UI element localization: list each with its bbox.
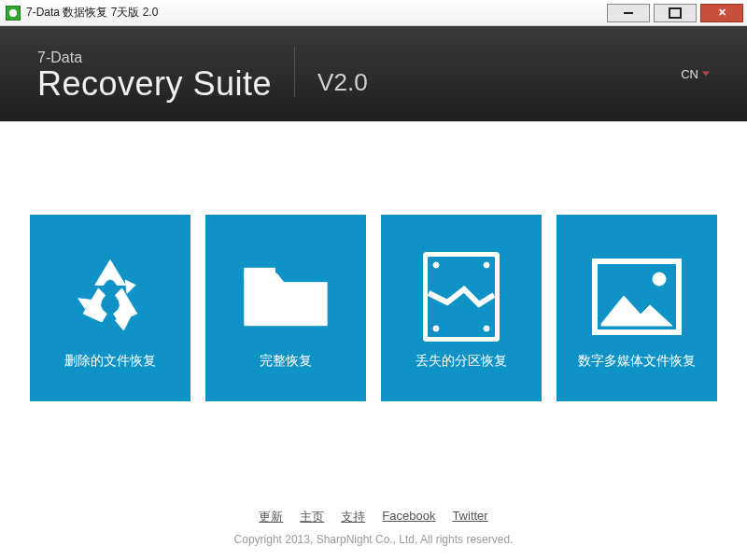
app-icon bbox=[6, 6, 21, 21]
tile-label: 删除的文件恢复 bbox=[57, 353, 163, 370]
svg-marker-0 bbox=[125, 280, 135, 293]
photo-icon bbox=[557, 241, 717, 353]
broken-drive-icon bbox=[381, 241, 542, 353]
tile-label: 丢失的分区恢复 bbox=[408, 353, 514, 370]
svg-point-6 bbox=[484, 262, 489, 268]
window-title: 7-Data 数据恢复 7天版 2.0 bbox=[26, 5, 158, 21]
footer-link-twitter[interactable]: Twitter bbox=[452, 509, 487, 525]
brand-line1: 7-Data bbox=[37, 50, 272, 65]
brand-name: 7-Data Recovery Suite bbox=[37, 50, 272, 101]
brand-line2: Recovery Suite bbox=[37, 67, 272, 101]
tile-media-recovery[interactable]: 数字多媒体文件恢复 bbox=[557, 215, 717, 401]
svg-point-5 bbox=[433, 262, 439, 268]
tile-deleted-recovery[interactable]: 删除的文件恢复 bbox=[30, 215, 190, 401]
recycle-icon bbox=[30, 241, 190, 353]
tile-complete-recovery[interactable]: 完整恢复 bbox=[205, 215, 366, 401]
tile-label: 完整恢复 bbox=[252, 353, 319, 370]
window-controls bbox=[603, 4, 747, 22]
brand-block: 7-Data Recovery Suite V2.0 bbox=[37, 47, 368, 101]
tile-label: 数字多媒体文件恢复 bbox=[571, 353, 703, 370]
copyright-text: Copyright 2013, SharpNight Co., Ltd, All… bbox=[234, 533, 514, 546]
language-label: CN bbox=[681, 67, 698, 81]
svg-point-7 bbox=[433, 326, 439, 331]
brand-version: V2.0 bbox=[317, 68, 368, 97]
svg-point-10 bbox=[653, 273, 666, 286]
svg-rect-3 bbox=[245, 268, 275, 277]
tile-lost-partition-recovery[interactable]: 丢失的分区恢复 bbox=[381, 215, 542, 401]
chevron-down-icon bbox=[702, 72, 710, 77]
maximize-button[interactable] bbox=[654, 4, 697, 22]
close-button[interactable] bbox=[700, 4, 743, 22]
footer-link-home[interactable]: 主页 bbox=[300, 509, 324, 525]
app-header: 7-Data Recovery Suite V2.0 CN bbox=[0, 26, 747, 121]
footer-link-facebook[interactable]: Facebook bbox=[382, 509, 435, 525]
main-content: 删除的文件恢复 完整恢复 丢 bbox=[0, 121, 747, 495]
brand-divider bbox=[294, 47, 295, 97]
minimize-button[interactable] bbox=[607, 4, 650, 22]
footer: 更新 主页 支持 Facebook Twitter Copyright 2013… bbox=[0, 495, 747, 560]
svg-point-8 bbox=[484, 326, 489, 331]
footer-links: 更新 主页 支持 Facebook Twitter bbox=[259, 509, 487, 525]
footer-link-support[interactable]: 支持 bbox=[341, 509, 365, 525]
window-titlebar: 7-Data 数据恢复 7天版 2.0 bbox=[0, 0, 747, 26]
footer-link-update[interactable]: 更新 bbox=[259, 509, 283, 525]
language-selector[interactable]: CN bbox=[681, 67, 710, 81]
folder-icon bbox=[205, 241, 366, 353]
tile-grid: 删除的文件恢复 完整恢复 丢 bbox=[30, 215, 717, 401]
